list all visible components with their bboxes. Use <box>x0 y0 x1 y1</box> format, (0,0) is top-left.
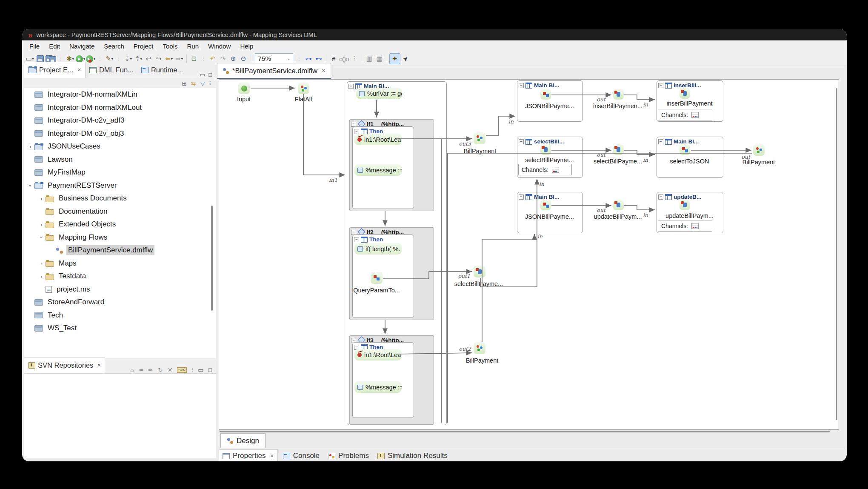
maximize-icon[interactable]: □ <box>208 366 212 373</box>
canvas-hscrollbar[interactable] <box>220 431 830 432</box>
close-icon[interactable]: ✕ <box>270 453 274 459</box>
open-project-icon <box>34 144 43 150</box>
home-icon[interactable]: ⌂ <box>130 366 134 373</box>
chevron-right-icon[interactable]: › <box>38 260 45 266</box>
menu-help[interactable]: Help <box>235 41 258 51</box>
maximize-icon[interactable]: □ <box>208 71 212 78</box>
tree-item[interactable]: MyFirstMap <box>24 166 216 179</box>
tree-item-selected[interactable]: BillPaymentService.dmlflw <box>24 244 216 257</box>
chevron-right-icon[interactable]: › <box>38 273 45 280</box>
chevron-down-icon[interactable]: › <box>27 182 34 189</box>
grid-icon[interactable]: # <box>328 54 339 64</box>
tree-item[interactable]: Integrator-DM-normalXMLin <box>24 88 216 101</box>
tab-svn-repositories[interactable]: SVN Repositories ✕ <box>24 357 105 373</box>
tree-item[interactable]: ›JSONUseCases <box>24 140 216 153</box>
collapse-icon[interactable]: ✕ <box>168 366 173 373</box>
tab-project-explorer[interactable]: Project E... ✕ <box>24 62 86 78</box>
wire-label-out: out <box>741 154 751 160</box>
tree-item[interactable]: Tech <box>24 309 216 322</box>
close-icon[interactable]: ✕ <box>322 68 326 74</box>
close-icon[interactable]: ✕ <box>97 363 101 368</box>
tree-item[interactable]: Integrator-DM-o2v_adf3 <box>24 114 216 127</box>
export-image-icon[interactable]: ▥ <box>364 54 374 64</box>
menu-navigate[interactable]: Navigate <box>65 41 99 51</box>
menu-tools[interactable]: Tools <box>158 41 182 51</box>
tab-runtime[interactable]: Runtime... <box>137 62 187 78</box>
menu-run[interactable]: Run <box>182 41 203 51</box>
menu-project[interactable]: Project <box>129 41 158 51</box>
tree-item[interactable]: ›Maps <box>24 257 216 270</box>
tab-problems[interactable]: Problems <box>325 450 372 461</box>
export-image-alt-icon[interactable]: ▦ <box>374 54 385 64</box>
filter-icon[interactable]: ▽ <box>200 80 205 87</box>
forward-icon[interactable]: ⇨ <box>148 366 153 373</box>
closed-project-icon <box>34 312 43 318</box>
tree-item[interactable]: ›Business Documents <box>24 192 216 205</box>
menu-search[interactable]: Search <box>99 41 129 51</box>
layout-horizontal-icon[interactable]: ⊶ <box>303 54 314 64</box>
tree-item[interactable]: ›Extended Objects <box>24 218 216 231</box>
undo-icon[interactable]: ↶ <box>208 54 218 64</box>
tree-item[interactable]: Lawson <box>24 153 216 166</box>
tab-label: Simulation Results <box>388 452 448 460</box>
distribute-icon[interactable]: ⁝ <box>349 54 360 64</box>
wire-label-in: in <box>508 118 514 125</box>
wire-label-in: in <box>643 212 648 218</box>
closed-project-icon <box>34 104 43 111</box>
tree-item[interactable]: WS_Test <box>24 322 216 335</box>
tab-console[interactable]: Console <box>280 450 323 461</box>
view-menu-icon[interactable]: ⁝ <box>209 80 211 87</box>
link-with-editor-icon[interactable]: ⇆ <box>191 80 196 87</box>
minimize-icon[interactable]: ▭ <box>200 71 205 78</box>
tree-item[interactable]: project.ms <box>24 283 216 296</box>
folder-icon <box>46 235 54 241</box>
tree-item[interactable]: Integrator-DM-normalXMLout <box>24 101 216 114</box>
zoom-in-icon[interactable]: ⊕ <box>228 54 238 64</box>
layout-tree-icon[interactable]: ⊷ <box>314 54 324 64</box>
wire-label-out: out <box>597 207 606 213</box>
folder-icon <box>46 275 54 280</box>
app-logo-icon: » <box>28 30 33 39</box>
zoom-out-icon[interactable]: ⊖ <box>238 54 248 64</box>
tab-billpaymentservice[interactable]: *BillPaymentService.dmlflw ✕ <box>217 63 331 79</box>
flow-canvas[interactable]: −Main Bl... %urlVar := ge −If1(%http... … <box>219 79 839 430</box>
back-icon[interactable]: ⇦ <box>138 366 143 373</box>
tree-item[interactable]: ›Testdata <box>24 270 216 283</box>
tree-item[interactable]: ›PaymentRESTServer <box>24 179 216 192</box>
properties-icon <box>223 453 230 459</box>
redo-icon[interactable]: ↷ <box>218 54 228 64</box>
closed-project-icon <box>34 92 43 98</box>
wire-label-in: in <box>537 233 543 240</box>
collapse-all-icon[interactable]: ⊞ <box>182 80 187 87</box>
svn-badge-icon[interactable]: SVN <box>177 367 186 373</box>
close-icon[interactable]: ✕ <box>77 67 81 73</box>
chevron-right-icon[interactable]: › <box>27 143 34 150</box>
menu-edit[interactable]: Edit <box>44 41 65 51</box>
menu-window[interactable]: Window <box>203 41 235 51</box>
tab-label: Project E... <box>39 66 74 74</box>
bottom-tab-strip: Properties ✕ Console Problems Simulation… <box>219 449 845 461</box>
toolbar-separator <box>251 54 251 63</box>
chevron-down-icon[interactable]: › <box>38 234 45 240</box>
chevron-right-icon[interactable]: › <box>38 195 45 202</box>
wire <box>624 95 655 100</box>
tree-item[interactable]: StoreAndForward <box>24 296 216 309</box>
align-middle-icon[interactable]: o()o <box>339 54 349 64</box>
chevron-right-icon[interactable]: › <box>38 221 45 228</box>
minimize-icon[interactable]: ▭ <box>198 366 203 373</box>
tab-design[interactable]: Design <box>220 433 266 448</box>
canvas-vscrollbar[interactable] <box>836 88 837 420</box>
tree-item[interactable]: ›Mapping Flows <box>24 231 216 244</box>
tab-properties[interactable]: Properties ✕ <box>219 449 278 461</box>
tab-simulation-results[interactable]: Simulation Results <box>374 450 451 461</box>
refresh-icon[interactable]: ↻ <box>158 366 163 373</box>
pin-editor-icon[interactable]: ⊡ <box>189 54 199 64</box>
dml-functions-icon <box>89 67 97 73</box>
tree-item[interactable]: Documentation <box>24 205 216 218</box>
tree-scrollbar[interactable] <box>211 206 213 311</box>
menu-file[interactable]: File <box>25 41 44 51</box>
tree-item[interactable]: Integrator-DM-o2v_obj3 <box>24 127 216 140</box>
wire-label-out1: out1 <box>458 273 470 279</box>
view-menu-icon[interactable]: ⁝ <box>191 366 193 373</box>
tab-dml-functions[interactable]: DML Fun... <box>86 62 137 78</box>
